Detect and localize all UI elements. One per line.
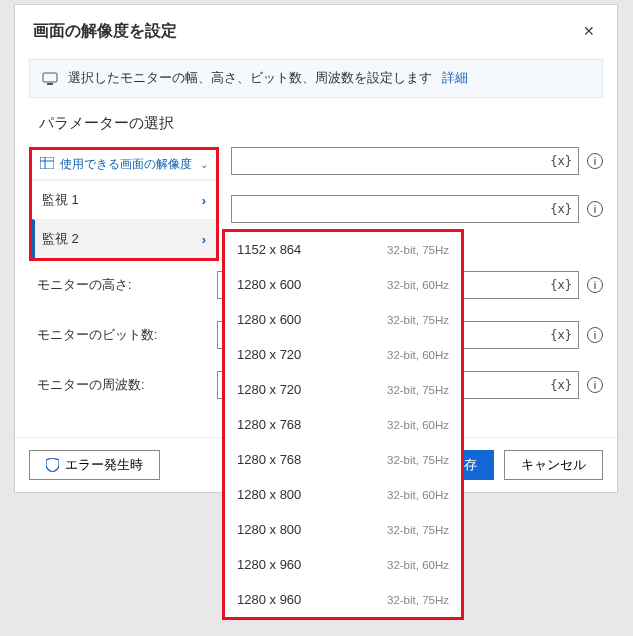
monitor-icon [42, 72, 58, 86]
info-icon[interactable]: i [587, 201, 603, 217]
option-res: 1280 x 600 [237, 277, 301, 292]
info-details-link[interactable]: 詳細 [442, 70, 468, 87]
sidebar-item-monitor-1[interactable]: 監視 1 › [32, 180, 216, 219]
info-banner: 選択したモニターの幅、高さ、ビット数、周波数を設定します 詳細 [29, 59, 603, 98]
option-res: 1280 x 960 [237, 557, 301, 572]
svg-rect-1 [47, 83, 53, 85]
option-res: 1280 x 600 [237, 312, 301, 327]
close-icon[interactable]: ✕ [579, 19, 599, 43]
option-meta: 32-bit, 60Hz [387, 559, 449, 571]
resolution-option[interactable]: 1280 x 76832-bit, 75Hz [225, 442, 461, 477]
option-meta: 32-bit, 75Hz [387, 454, 449, 466]
sidebar-header-label: 使用できる画面の解像度 [60, 156, 192, 173]
info-icon[interactable]: i [587, 377, 603, 393]
bits-label: モニターのビット数: [29, 327, 209, 344]
svg-rect-0 [43, 73, 57, 82]
width-input[interactable]: {x} [231, 195, 579, 223]
option-res: 1280 x 720 [237, 347, 301, 362]
option-meta: 32-bit, 60Hz [387, 489, 449, 501]
resolution-option[interactable]: 1152 x 86432-bit, 75Hz [225, 232, 461, 267]
chevron-right-icon: › [202, 232, 206, 247]
dialog-title: 画面の解像度を設定 [33, 21, 177, 42]
cancel-label: キャンセル [521, 456, 586, 474]
option-res: 1280 x 800 [237, 522, 301, 537]
resolution-option[interactable]: 1280 x 72032-bit, 75Hz [225, 372, 461, 407]
resolution-option[interactable]: 1280 x 80032-bit, 75Hz [225, 512, 461, 547]
chevron-right-icon: › [202, 193, 206, 208]
layout-icon [40, 157, 54, 172]
option-meta: 32-bit, 75Hz [387, 314, 449, 326]
shield-icon [46, 458, 59, 472]
save-label: 存 [464, 456, 477, 474]
fx-icon: {x} [550, 378, 572, 392]
cancel-button[interactable]: キャンセル [504, 450, 603, 480]
fx-icon: {x} [550, 278, 572, 292]
option-res: 1280 x 960 [237, 592, 301, 607]
resolution-option[interactable]: 1280 x 76832-bit, 60Hz [225, 407, 461, 442]
dialog-header: 画面の解像度を設定 ✕ [15, 5, 617, 53]
info-icon[interactable]: i [587, 277, 603, 293]
on-error-label: エラー発生時 [65, 456, 143, 474]
info-icon[interactable]: i [587, 153, 603, 169]
section-title: パラメーターの選択 [15, 110, 617, 147]
option-meta: 32-bit, 75Hz [387, 594, 449, 606]
resolution-option[interactable]: 1280 x 80032-bit, 60Hz [225, 477, 461, 512]
option-meta: 32-bit, 75Hz [387, 244, 449, 256]
info-text: 選択したモニターの幅、高さ、ビット数、周波数を設定します [68, 70, 432, 87]
resolution-input[interactable]: {x} [231, 147, 579, 175]
option-res: 1280 x 720 [237, 382, 301, 397]
fx-icon: {x} [550, 202, 572, 216]
on-error-button[interactable]: エラー発生時 [29, 450, 160, 480]
option-meta: 32-bit, 75Hz [387, 384, 449, 396]
option-meta: 32-bit, 60Hz [387, 419, 449, 431]
resolution-option[interactable]: 1280 x 96032-bit, 75Hz [225, 582, 461, 617]
svg-rect-2 [40, 157, 54, 169]
option-res: 1280 x 768 [237, 452, 301, 467]
option-meta: 32-bit, 60Hz [387, 279, 449, 291]
sidebar-item-label: 監視 2 [42, 230, 79, 248]
freq-label: モニターの周波数: [29, 377, 209, 394]
fx-icon: {x} [550, 154, 572, 168]
resolution-option[interactable]: 1280 x 72032-bit, 60Hz [225, 337, 461, 372]
resolution-option[interactable]: 1280 x 60032-bit, 75Hz [225, 302, 461, 337]
option-meta: 32-bit, 60Hz [387, 349, 449, 361]
resolution-sidebar: 使用できる画面の解像度 ⌄ 監視 1 › 監視 2 › [29, 147, 219, 261]
sidebar-item-label: 監視 1 [42, 191, 79, 209]
resolution-option[interactable]: 1280 x 60032-bit, 60Hz [225, 267, 461, 302]
option-meta: 32-bit, 75Hz [387, 524, 449, 536]
fx-icon: {x} [550, 328, 572, 342]
option-res: 1280 x 800 [237, 487, 301, 502]
sidebar-item-monitor-2[interactable]: 監視 2 › [32, 219, 216, 258]
option-res: 1152 x 864 [237, 242, 301, 257]
height-label: モニターの高さ: [29, 277, 209, 294]
sidebar-header[interactable]: 使用できる画面の解像度 ⌄ [32, 150, 216, 180]
info-icon[interactable]: i [587, 327, 603, 343]
resolution-dropdown[interactable]: 1152 x 86432-bit, 75Hz 1280 x 60032-bit,… [222, 229, 464, 620]
resolution-option[interactable]: 1280 x 96032-bit, 60Hz [225, 547, 461, 582]
chevron-down-icon: ⌄ [200, 159, 208, 170]
option-res: 1280 x 768 [237, 417, 301, 432]
